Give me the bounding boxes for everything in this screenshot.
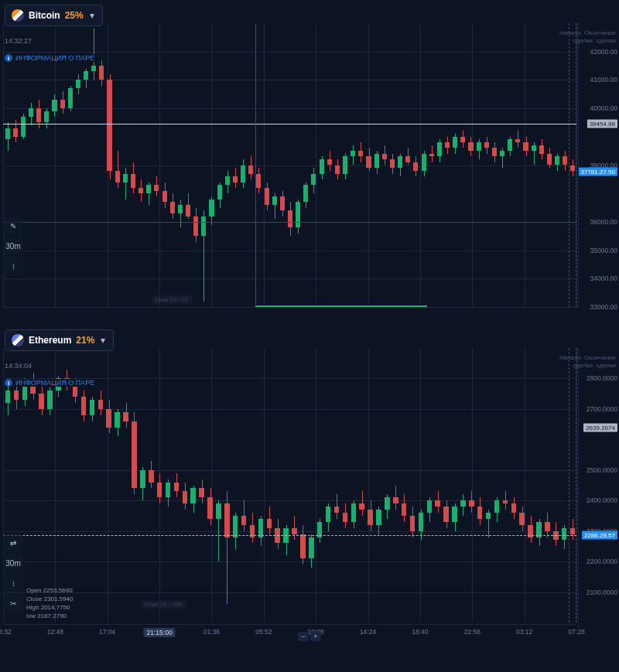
trade-zone-labels: Начало Окончание сделки сделки [559, 354, 616, 370]
chevron-down-icon: ▾ [99, 336, 107, 344]
chart-timestamp: 14:34:04 [5, 362, 32, 370]
chart-pane-ethereum: Ethereum 21% ▾ 14:34:04 i ИНФОРМАЦИЯ О П… [0, 325, 619, 642]
x-axis: 08:3212:4817:0421:2001:3605:5210:0814:24… [3, 624, 576, 642]
info-icon: i [5, 379, 12, 387]
pair-info-button[interactable]: i ИНФОРМАЦИЯ О ПАРЕ [5, 54, 94, 62]
snip-button[interactable]: ✂ [3, 594, 23, 612]
zoom-in-button[interactable]: + [310, 632, 321, 641]
trade-zone-labels: Начало Окончание сделки сделки [559, 29, 616, 45]
timeframe-button[interactable]: 30m [3, 554, 23, 572]
asset-payout: 21% [76, 335, 94, 346]
asset-selector[interactable]: Bitcoin 25% ▾ [5, 5, 103, 26]
chart-area[interactable]: Мож 21/ /21 [3, 23, 576, 307]
chart-pane-bitcoin: Bitcoin 25% ▾ 14:32:27 i ИНФОРМАЦИЯ О ПА… [0, 0, 619, 321]
info-icon: i [5, 54, 12, 62]
chart-toolbar: ✎ 30m ⫶ [3, 217, 23, 275]
chevron-down-icon: ▾ [88, 12, 96, 19]
tool-button[interactable]: ⇄ [3, 534, 23, 552]
info-label: ИНФОРМАЦИЯ О ПАРЕ [15, 54, 94, 62]
bitcoin-icon [12, 9, 24, 22]
asset-selector[interactable]: Ethereum 21% ▾ [5, 329, 114, 351]
zoom-out-button[interactable]: − [298, 632, 309, 641]
info-label: ИНФОРМАЦИЯ О ПАРЕ [15, 379, 94, 387]
chart-toolbar: ⇄ 30m ⫶ ✂ [3, 534, 23, 612]
asset-name: Bitcoin [29, 10, 60, 21]
draw-tool-button[interactable]: ✎ [3, 217, 23, 235]
ohlc-readout: Open 2253.5690 Close 2301.5940 High 2014… [26, 586, 74, 620]
indicators-button[interactable]: ⫶ [3, 257, 23, 275]
zoom-controls: − + [298, 632, 321, 641]
timeframe-button[interactable]: 30m [3, 237, 23, 255]
asset-name: Ethereum [29, 335, 71, 346]
asset-payout: 25% [65, 10, 84, 21]
indicators-button[interactable]: ⫶ [3, 574, 23, 592]
chart-timestamp: 14:32:27 [5, 37, 32, 45]
y-axis: 2100.00002200.00002300.00002400.00002500… [578, 348, 619, 628]
pair-info-button[interactable]: i ИНФОРМАЦИЯ О ПАРЕ [5, 379, 94, 387]
y-axis: 33000.0034000.0035000.0036000.0038000.00… [578, 23, 619, 307]
ethereum-icon [12, 334, 24, 346]
chart-area[interactable]: What 21 / /SR [3, 348, 576, 623]
